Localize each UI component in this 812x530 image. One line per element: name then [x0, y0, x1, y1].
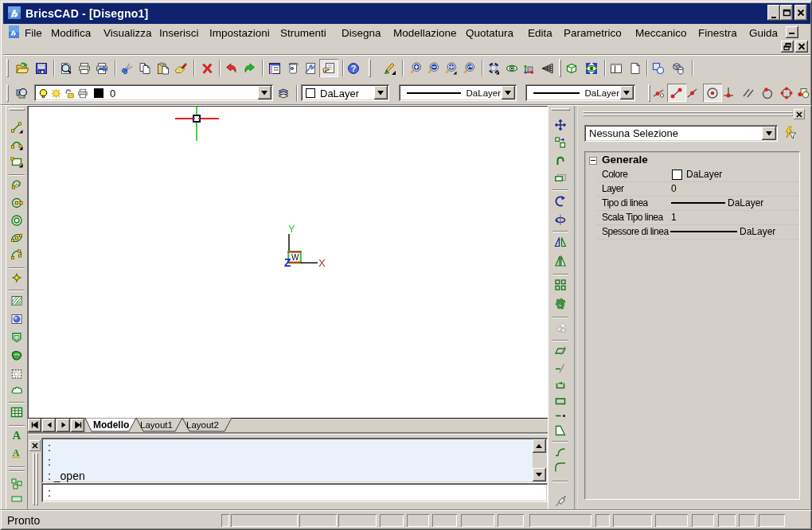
svg-text:Z: Z	[284, 256, 291, 269]
svg-text:X: X	[318, 257, 326, 269]
svg-text:Modello: Modello	[93, 419, 129, 431]
svg-text:A: A	[13, 447, 20, 458]
svg-text:Layout1: Layout1	[140, 420, 173, 430]
svg-text:W: W	[291, 253, 299, 262]
svg-text:Y: Y	[288, 223, 295, 235]
svg-text:?: ?	[351, 64, 357, 73]
svg-text:Layout2: Layout2	[186, 420, 219, 430]
svg-text:A: A	[13, 429, 21, 442]
